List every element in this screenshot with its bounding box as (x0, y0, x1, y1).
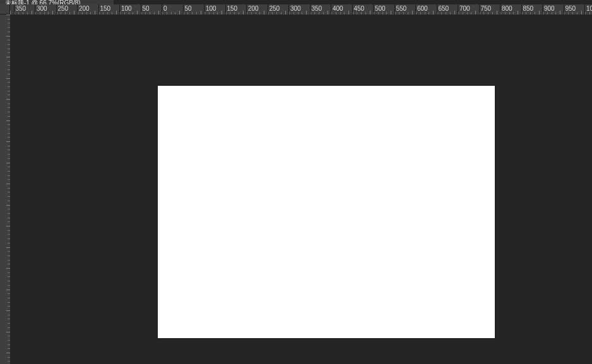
ruler-h-label: 500 (373, 5, 386, 12)
ruler-h-label: 250 (56, 5, 69, 12)
ruler-h-label: 700 (458, 5, 470, 12)
ruler-h-label: 150 (225, 5, 238, 12)
ruler-h-label: 750 (479, 5, 492, 12)
ruler-h-label: 50 (183, 5, 192, 12)
ruler-h-label: 650 (437, 5, 449, 12)
ruler-h-label: 800 (500, 5, 512, 12)
document-tab-bar: 未标题-1 @ 66.7%(RGB/8) (0, 0, 592, 4)
ruler-h-label: 300 (288, 5, 301, 12)
ruler-h-label: 600 (415, 5, 428, 12)
ruler-h-label: 0 (162, 5, 167, 12)
ruler-h-label: 900 (542, 5, 555, 12)
ruler-h-label: 400 (331, 5, 343, 12)
ruler-origin-box[interactable] (0, 4, 10, 15)
canvas-workarea[interactable] (10, 15, 592, 364)
ruler-h-label: 850 (521, 5, 534, 12)
ruler-h-label: 350 (14, 5, 27, 12)
document-tab[interactable]: 未标题-1 @ 66.7%(RGB/8) (0, 0, 114, 4)
ruler-vertical[interactable] (0, 15, 10, 364)
ruler-h-label: 550 (394, 5, 407, 12)
ruler-horizontal[interactable]: 3503002502001501005005010015020025030035… (10, 4, 592, 15)
ruler-h-label: 100 (119, 5, 132, 12)
ruler-h-label: 1000 (584, 5, 592, 12)
ruler-h-label: 50 (141, 5, 150, 12)
ruler-h-label: 350 (310, 5, 323, 12)
ruler-h-label: 100 (204, 5, 216, 12)
ruler-h-label: 450 (352, 5, 365, 12)
ruler-h-label: 200 (77, 5, 90, 12)
ruler-h-label: 200 (246, 5, 259, 12)
ruler-h-label: 950 (564, 5, 576, 12)
ruler-h-label: 300 (35, 5, 47, 12)
document-canvas[interactable] (158, 86, 495, 338)
ruler-h-label: 250 (268, 5, 280, 12)
ruler-h-label: 150 (98, 5, 111, 12)
